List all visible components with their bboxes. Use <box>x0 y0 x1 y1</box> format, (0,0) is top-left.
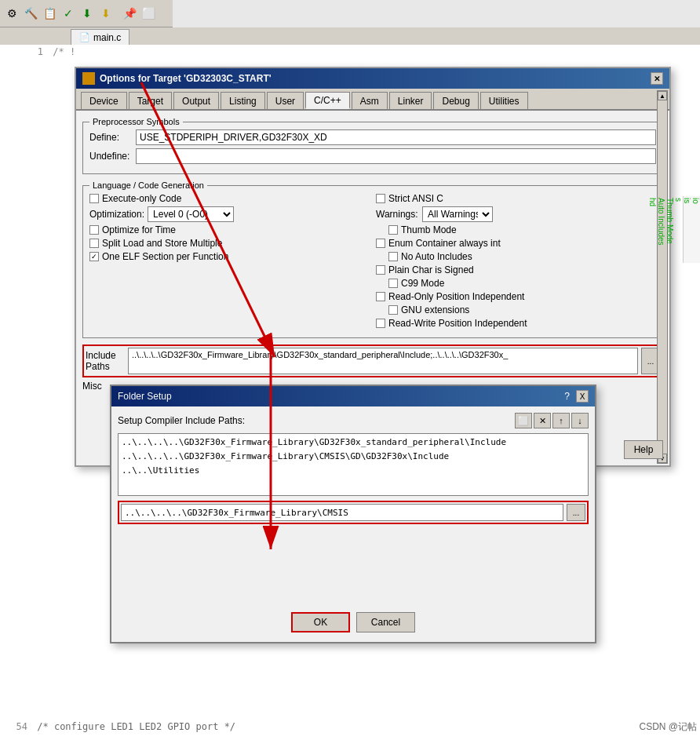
include-paths-input[interactable]: ..\..\..\..\GD32F30x_Firmware_Library\GD… <box>128 348 638 374</box>
folder-down-icon[interactable]: ↓ <box>571 413 589 428</box>
optimize-time-row: Optimize for Time <box>89 224 370 235</box>
plain-char-label: Plain Char is Signed <box>388 264 474 275</box>
read-write-row: Read-Only Position Independent <box>376 291 656 302</box>
toolbar-icon-pin[interactable]: 📌 <box>121 5 138 22</box>
toolbar-icon-stop[interactable]: ⬜ <box>140 5 157 22</box>
toolbar-icon-2[interactable]: 🔨 <box>22 5 39 22</box>
tab-device[interactable]: Device <box>81 92 127 109</box>
tab-linker[interactable]: Linker <box>389 92 432 109</box>
toolbar-icon-1[interactable]: ⚙ <box>3 5 20 22</box>
bottom-code-line: 54 /* configure LED1 LED2 GPIO port */ <box>0 716 683 740</box>
c99-checkbox[interactable] <box>388 279 398 288</box>
undefine-row: Undefine: <box>89 148 656 164</box>
right-panel-labels: io is s Thumb Mode Auto Includes hd <box>683 196 700 263</box>
enum-cb[interactable] <box>376 239 385 248</box>
undefine-label: Undefine: <box>89 151 133 162</box>
folder-delete-icon[interactable]: ✕ <box>534 413 551 428</box>
enum-container-row: Thumb Mode <box>376 224 656 235</box>
split-load-row: Split Load and Store Multiple <box>89 238 370 249</box>
bottom-line-content: /* configure LED1 LED2 GPIO port */ <box>37 721 235 732</box>
plain-char-row: Enum Container always int <box>376 238 656 249</box>
tab-output[interactable]: Output <box>173 92 219 109</box>
toolbar-icon-3[interactable]: 📋 <box>41 5 58 22</box>
execute-only-checkbox[interactable] <box>89 194 99 203</box>
define-input[interactable] <box>136 129 656 145</box>
optimize-time-label: Optimize for Time <box>102 224 176 235</box>
watermark: CSDN @记帖 <box>639 720 697 734</box>
dialog-title-text: Options for Target 'GD32303C_START' <box>100 73 272 84</box>
preprocessor-legend: Preprocessor Symbols <box>89 117 183 126</box>
optimization-row: Optimization: Level 0 (-O0) Level 1 (-O1… <box>89 206 370 222</box>
dialog-content: Preprocessor Symbols Define: Undefine: L… <box>76 111 669 401</box>
define-label: Define: <box>89 132 133 143</box>
tab-asm[interactable]: Asm <box>352 92 388 109</box>
c99-row: C99 Mode <box>376 278 656 289</box>
toolbar-icon-5[interactable]: ⬇ <box>78 5 96 22</box>
language-col-left: Execute-only Code Optimization: Level 0 … <box>89 193 370 331</box>
dialog-tab-strip: Device Target Output Listing User C/C++ … <box>76 89 669 111</box>
one-elf-checkbox[interactable] <box>89 252 99 261</box>
optimization-select[interactable]: Level 0 (-O0) Level 1 (-O1) Level 2 (-O2… <box>148 206 234 222</box>
strict-ansi-checkbox[interactable] <box>376 194 385 203</box>
toolbar-icon-6[interactable]: ⬇ <box>97 5 115 22</box>
right-label-io: io <box>691 198 700 246</box>
tab-listing[interactable]: Listing <box>221 92 265 109</box>
path-item-1[interactable]: ..\..\..\..\GD32F30x_Firmware_Library\GD… <box>120 436 586 450</box>
include-paths-row: Include Paths ..\..\..\..\GD32F30x_Firmw… <box>82 344 663 377</box>
file-tab-main-c[interactable]: 📄 main.c <box>71 29 129 45</box>
ok-button[interactable]: OK <box>291 612 350 632</box>
read-only-label: Read-Only Position Independent <box>388 291 524 302</box>
dialog-title-icon <box>82 72 95 85</box>
help-button[interactable]: Help <box>624 440 663 459</box>
path-item-3[interactable]: ..\..\Utilities <box>120 464 586 478</box>
execute-only-row: Execute-only Code <box>89 193 370 204</box>
thumb-mode-checkbox[interactable] <box>388 225 398 235</box>
tab-user[interactable]: User <box>267 92 304 109</box>
language-columns: Execute-only Code Optimization: Level 0 … <box>89 193 656 331</box>
no-auto-checkbox[interactable] <box>388 252 398 261</box>
main-dialog-titlebar: Options for Target 'GD32303C_START' ✕ <box>76 68 669 89</box>
warnings-select[interactable]: All Warnings <box>422 206 493 222</box>
plain-char-cb[interactable] <box>376 265 385 275</box>
gnu-row: GNU extensions <box>376 304 656 315</box>
dialog-close-button[interactable]: ✕ <box>651 72 663 85</box>
preprocessor-fieldset: Preprocessor Symbols Define: Undefine: <box>82 117 663 174</box>
scroll-up[interactable]: ▲ <box>658 91 667 100</box>
tab-cpp[interactable]: C/C++ <box>305 92 350 109</box>
cancel-button[interactable]: Cancel <box>356 612 415 632</box>
read-write-cb[interactable] <box>376 319 385 328</box>
tab-debug[interactable]: Debug <box>433 92 478 109</box>
folder-titlebar: Folder Setup ? X <box>111 386 595 406</box>
strict-ansi-row: Strict ANSI C <box>376 193 656 204</box>
c99-label: C99 Mode <box>401 278 444 289</box>
new-path-input[interactable] <box>121 504 563 521</box>
folder-new-icon[interactable]: ⬜ <box>515 413 532 428</box>
define-row: Define: <box>89 129 656 145</box>
path-item-2[interactable]: ..\..\..\..\GD32F30x_Firmware_Library\CM… <box>120 450 586 464</box>
no-auto-label: No Auto Includes <box>401 251 472 262</box>
folder-setup-label: Setup Compiler Include Paths: <box>118 415 245 426</box>
undefine-input[interactable] <box>136 148 656 164</box>
folder-toolbar: Setup Compiler Include Paths: ⬜ ✕ ↑ ↓ <box>118 413 589 428</box>
folder-close-button[interactable]: X <box>576 390 589 403</box>
folder-up-icon[interactable]: ↑ <box>552 413 570 428</box>
one-elf-label: One ELF Section per Function <box>102 251 228 262</box>
tab-utilities[interactable]: Utilities <box>480 92 528 109</box>
execute-only-label: Execute-only Code <box>102 193 181 204</box>
warnings-label: Warnings: <box>376 209 419 220</box>
split-load-checkbox[interactable] <box>89 239 99 248</box>
right-label-is: is <box>683 198 691 246</box>
optimize-time-checkbox[interactable] <box>89 225 99 235</box>
code-line-1: 1 /* ! <box>0 45 700 59</box>
toolbar-icon-4[interactable]: ✓ <box>60 5 77 22</box>
tab-target[interactable]: Target <box>129 92 172 109</box>
folder-setup-dialog: Folder Setup ? X Setup Compiler Include … <box>110 385 596 643</box>
gnu-checkbox[interactable] <box>388 305 398 315</box>
bottom-line-number: 54 <box>8 721 27 732</box>
file-tab-icon: 📄 <box>79 32 90 42</box>
path-list: ..\..\..\..\GD32F30x_Firmware_Library\GD… <box>118 433 589 496</box>
new-path-browse-button[interactable]: ... <box>567 504 585 521</box>
right-label-thumb: Thumb Mode <box>665 198 674 246</box>
read-only-cb[interactable] <box>376 292 385 301</box>
ide-toolbar: ⚙ 🔨 📋 ✓ ⬇ ⬇ 📌 ⬜ <box>0 0 173 27</box>
